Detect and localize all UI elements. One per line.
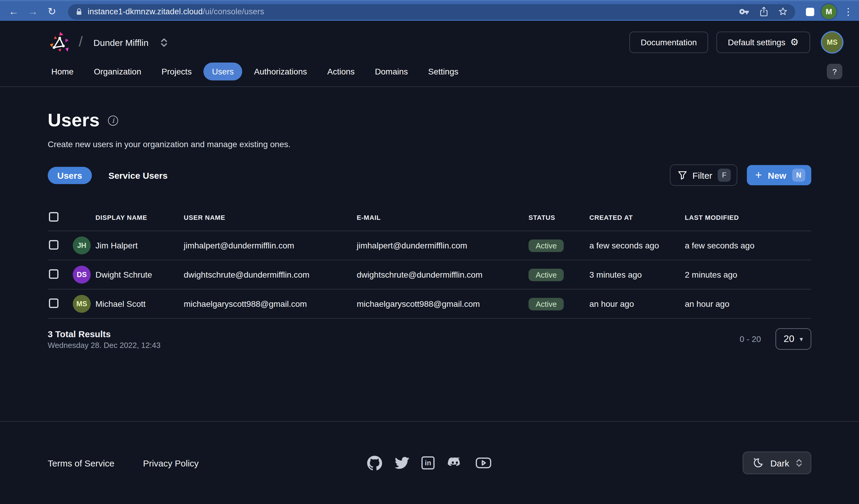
page-size-select[interactable]: 20 ▾ <box>775 328 811 350</box>
info-icon[interactable]: i <box>108 115 118 125</box>
last-modified-cell: a few seconds ago <box>684 231 811 260</box>
side-panel-icon[interactable] <box>806 7 814 16</box>
created-at-cell: an hour ago <box>588 289 684 318</box>
youtube-icon[interactable] <box>475 456 492 470</box>
default-settings-button[interactable]: Default settings ⚙ <box>717 32 810 53</box>
users-table: DISPLAY NAME USER NAME E-MAIL STATUS CRE… <box>48 204 811 319</box>
back-icon[interactable]: ← <box>6 4 21 19</box>
nav-item-organization[interactable]: Organization <box>86 63 150 80</box>
display-name-cell: Jim Halpert <box>94 231 183 260</box>
avatar: DS <box>73 266 91 284</box>
theme-label: Dark <box>770 458 789 468</box>
github-icon[interactable] <box>367 455 382 470</box>
main-nav: HomeOrganizationProjectsUsersAuthorizati… <box>0 63 859 87</box>
bookmark-star-icon[interactable] <box>778 6 788 17</box>
table-row[interactable]: JH Jim Halpert jimhalpert@dundermifflin.… <box>48 231 811 260</box>
nav-item-projects[interactable]: Projects <box>153 63 200 80</box>
page-description: Create new users in your organization an… <box>48 139 811 149</box>
share-icon[interactable] <box>759 6 768 17</box>
url-text: instance1-dkmnzw.zitadel.cloud/ui/consol… <box>88 7 734 16</box>
nav-item-home[interactable]: Home <box>43 63 82 80</box>
new-label: New <box>768 170 786 180</box>
row-checkbox[interactable] <box>49 269 59 279</box>
filter-label: Filter <box>692 170 712 180</box>
status-badge: Active <box>528 239 564 252</box>
col-email: E-MAIL <box>356 204 527 231</box>
col-created-at: CREATED AT <box>588 204 684 231</box>
browser-window: ← → ↻ instance1-dkmnzw.zitadel.cloud/ui/… <box>0 0 859 504</box>
col-display-name: DISPLAY NAME <box>94 204 183 231</box>
display-name-cell: Dwight Schrute <box>94 260 183 289</box>
display-name-cell: Michael Scott <box>94 289 183 318</box>
reload-icon[interactable]: ↻ <box>44 4 60 19</box>
url-path: /ui/console/users <box>203 7 264 16</box>
status-badge: Active <box>528 298 564 310</box>
browser-menu-icon[interactable]: ⋮ <box>843 6 853 17</box>
filter-shortcut-badge: F <box>718 169 731 182</box>
default-settings-label: Default settings <box>728 37 785 47</box>
user-name-cell: michaelgaryscott988@gmail.com <box>183 289 356 318</box>
privacy-policy-link[interactable]: Privacy Policy <box>143 458 199 468</box>
nav-item-settings[interactable]: Settings <box>420 63 467 80</box>
terms-of-service-link[interactable]: Terms of Service <box>48 458 114 468</box>
page-size-value: 20 <box>784 334 794 344</box>
theme-select[interactable]: Dark <box>743 452 811 474</box>
user-name-cell: jimhalpert@dundermifflin.com <box>183 231 356 260</box>
select-all-checkbox[interactable] <box>49 212 59 222</box>
col-status: STATUS <box>527 204 588 231</box>
filter-funnel-icon <box>677 170 687 180</box>
browser-profile-avatar[interactable]: M <box>822 4 837 19</box>
org-switcher-icon[interactable] <box>161 38 168 47</box>
avatar: MS <box>73 295 91 313</box>
row-checkbox[interactable] <box>49 298 59 308</box>
nav-item-domains[interactable]: Domains <box>366 63 417 80</box>
table-row[interactable]: MS Michael Scott michaelgaryscott988@gma… <box>48 289 811 318</box>
linkedin-icon[interactable]: in <box>421 456 435 470</box>
last-modified-cell: 2 minutes ago <box>684 260 811 289</box>
zitadel-logo-icon[interactable] <box>48 30 73 55</box>
moon-icon <box>752 457 764 469</box>
last-modified-cell: an hour ago <box>684 289 811 318</box>
email-cell: jimhalpert@dundermifflin.com <box>356 231 527 260</box>
forward-icon[interactable]: → <box>25 4 41 19</box>
url-host: instance1-dkmnzw.zitadel.cloud <box>88 7 203 16</box>
documentation-label: Documentation <box>641 37 697 47</box>
row-checkbox[interactable] <box>49 240 59 249</box>
caret-down-icon: ▾ <box>800 335 803 343</box>
nav-item-users[interactable]: Users <box>204 63 242 80</box>
app-header: / Dunder Mifflin Documentation Default s… <box>0 22 859 87</box>
user-avatar[interactable]: MS <box>822 32 842 52</box>
tab-users[interactable]: Users <box>48 167 92 184</box>
timestamp: Wednesday 28. Dec 2022, 12:43 <box>48 341 161 349</box>
new-button[interactable]: + New N <box>747 165 811 185</box>
browser-chrome: ← → ↻ instance1-dkmnzw.zitadel.cloud/ui/… <box>0 0 859 22</box>
social-links: in <box>367 455 492 471</box>
twitter-icon[interactable] <box>394 455 409 471</box>
main-content: Users i Create new users in your organiz… <box>0 87 859 421</box>
nav-item-actions[interactable]: Actions <box>319 63 363 80</box>
filter-button[interactable]: Filter F <box>669 164 737 186</box>
password-key-icon[interactable] <box>739 8 750 15</box>
footer: Terms of Service Privacy Policy in <box>0 421 859 504</box>
page-title: Users <box>48 110 100 131</box>
toolbar: Users Service Users Filter F + New N <box>48 164 811 186</box>
nav-item-authorizations[interactable]: Authorizations <box>246 63 315 80</box>
documentation-button[interactable]: Documentation <box>629 32 708 53</box>
plus-icon: + <box>755 169 762 180</box>
pagination: 3 Total Results Wednesday 28. Dec 2022, … <box>48 328 811 350</box>
org-name[interactable]: Dunder Mifflin <box>93 37 149 47</box>
discord-icon[interactable] <box>447 456 463 470</box>
theme-sorter-icon <box>796 459 802 467</box>
table-header-row: DISPLAY NAME USER NAME E-MAIL STATUS CRE… <box>48 204 811 231</box>
zitadel-console: / Dunder Mifflin Documentation Default s… <box>0 22 859 504</box>
table-row[interactable]: DS Dwight Schrute dwightschrute@dundermi… <box>48 260 811 289</box>
help-button[interactable]: ? <box>827 64 842 79</box>
table-body: JH Jim Halpert jimhalpert@dundermifflin.… <box>48 231 811 318</box>
address-bar[interactable]: instance1-dkmnzw.zitadel.cloud/ui/consol… <box>68 4 795 19</box>
created-at-cell: a few seconds ago <box>588 231 684 260</box>
avatar: JH <box>73 237 91 254</box>
brand-separator: / <box>79 33 82 50</box>
page-range: 0 - 20 <box>740 334 761 344</box>
email-cell: dwightschrute@dundermifflin.com <box>356 260 527 289</box>
tab-service-users[interactable]: Service Users <box>99 167 177 184</box>
